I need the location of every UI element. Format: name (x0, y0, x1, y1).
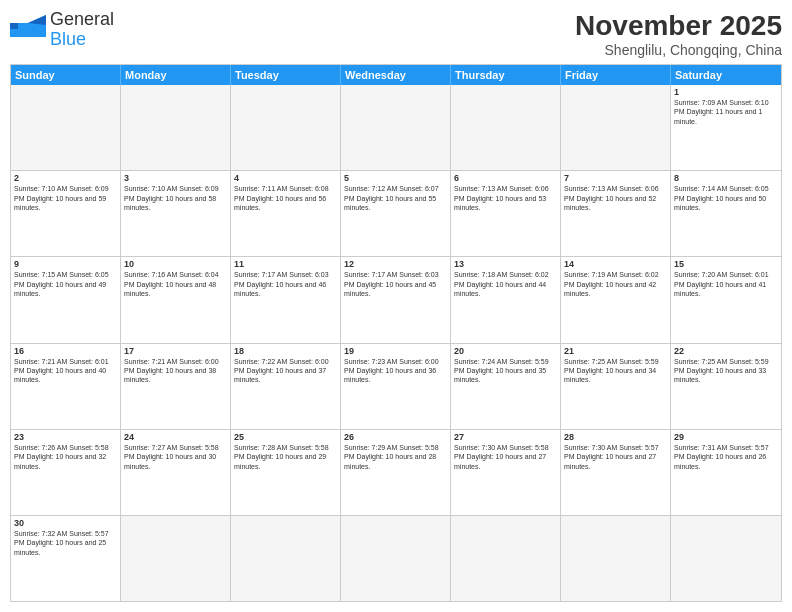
week-row: 30Sunrise: 7:32 AM Sunset: 5:57 PM Dayli… (11, 516, 781, 601)
day-info: Sunrise: 7:09 AM Sunset: 6:10 PM Dayligh… (674, 98, 778, 126)
day-info: Sunrise: 7:24 AM Sunset: 5:59 PM Dayligh… (454, 357, 557, 385)
calendar: SundayMondayTuesdayWednesdayThursdayFrid… (10, 64, 782, 602)
day-info: Sunrise: 7:17 AM Sunset: 6:03 PM Dayligh… (344, 270, 447, 298)
day-cell: 6Sunrise: 7:13 AM Sunset: 6:06 PM Daylig… (451, 171, 561, 256)
day-number: 12 (344, 259, 447, 269)
day-cell: 16Sunrise: 7:21 AM Sunset: 6:01 PM Dayli… (11, 344, 121, 429)
day-cell: 28Sunrise: 7:30 AM Sunset: 5:57 PM Dayli… (561, 430, 671, 515)
day-header: Wednesday (341, 65, 451, 85)
day-cell: 9Sunrise: 7:15 AM Sunset: 6:05 PM Daylig… (11, 257, 121, 342)
day-number: 21 (564, 346, 667, 356)
day-cell: 1Sunrise: 7:09 AM Sunset: 6:10 PM Daylig… (671, 85, 781, 170)
day-cell: 3Sunrise: 7:10 AM Sunset: 6:09 PM Daylig… (121, 171, 231, 256)
day-info: Sunrise: 7:10 AM Sunset: 6:09 PM Dayligh… (124, 184, 227, 212)
day-number: 7 (564, 173, 667, 183)
day-number: 14 (564, 259, 667, 269)
day-cell: 8Sunrise: 7:14 AM Sunset: 6:05 PM Daylig… (671, 171, 781, 256)
week-row: 23Sunrise: 7:26 AM Sunset: 5:58 PM Dayli… (11, 430, 781, 516)
day-info: Sunrise: 7:22 AM Sunset: 6:00 PM Dayligh… (234, 357, 337, 385)
day-number: 17 (124, 346, 227, 356)
day-info: Sunrise: 7:28 AM Sunset: 5:58 PM Dayligh… (234, 443, 337, 471)
day-number: 4 (234, 173, 337, 183)
day-cell: 20Sunrise: 7:24 AM Sunset: 5:59 PM Dayli… (451, 344, 561, 429)
day-header: Sunday (11, 65, 121, 85)
day-info: Sunrise: 7:19 AM Sunset: 6:02 PM Dayligh… (564, 270, 667, 298)
day-info: Sunrise: 7:14 AM Sunset: 6:05 PM Dayligh… (674, 184, 778, 212)
day-cell: 30Sunrise: 7:32 AM Sunset: 5:57 PM Dayli… (11, 516, 121, 601)
day-number: 24 (124, 432, 227, 442)
day-headers: SundayMondayTuesdayWednesdayThursdayFrid… (11, 65, 781, 85)
day-number: 29 (674, 432, 778, 442)
day-number: 16 (14, 346, 117, 356)
day-number: 9 (14, 259, 117, 269)
day-info: Sunrise: 7:29 AM Sunset: 5:58 PM Dayligh… (344, 443, 447, 471)
day-number: 11 (234, 259, 337, 269)
month-title: November 2025 (575, 10, 782, 42)
day-cell: 12Sunrise: 7:17 AM Sunset: 6:03 PM Dayli… (341, 257, 451, 342)
day-number: 27 (454, 432, 557, 442)
day-number: 6 (454, 173, 557, 183)
week-row: 2Sunrise: 7:10 AM Sunset: 6:09 PM Daylig… (11, 171, 781, 257)
day-cell (451, 516, 561, 601)
day-header: Monday (121, 65, 231, 85)
day-header: Saturday (671, 65, 781, 85)
day-info: Sunrise: 7:16 AM Sunset: 6:04 PM Dayligh… (124, 270, 227, 298)
day-cell: 15Sunrise: 7:20 AM Sunset: 6:01 PM Dayli… (671, 257, 781, 342)
day-cell: 5Sunrise: 7:12 AM Sunset: 6:07 PM Daylig… (341, 171, 451, 256)
day-info: Sunrise: 7:21 AM Sunset: 6:00 PM Dayligh… (124, 357, 227, 385)
day-info: Sunrise: 7:17 AM Sunset: 6:03 PM Dayligh… (234, 270, 337, 298)
day-header: Thursday (451, 65, 561, 85)
day-info: Sunrise: 7:13 AM Sunset: 6:06 PM Dayligh… (564, 184, 667, 212)
logo: GeneralBlue (10, 10, 114, 50)
day-number: 30 (14, 518, 117, 528)
day-number: 22 (674, 346, 778, 356)
day-cell (121, 516, 231, 601)
logo-text: GeneralBlue (50, 10, 114, 50)
day-cell: 19Sunrise: 7:23 AM Sunset: 6:00 PM Dayli… (341, 344, 451, 429)
day-number: 28 (564, 432, 667, 442)
svg-rect-1 (10, 23, 18, 29)
day-cell: 11Sunrise: 7:17 AM Sunset: 6:03 PM Dayli… (231, 257, 341, 342)
day-cell (341, 516, 451, 601)
day-info: Sunrise: 7:15 AM Sunset: 6:05 PM Dayligh… (14, 270, 117, 298)
header: GeneralBlue November 2025 Shenglilu, Cho… (10, 10, 782, 58)
logo-icon (10, 15, 46, 45)
day-cell: 29Sunrise: 7:31 AM Sunset: 5:57 PM Dayli… (671, 430, 781, 515)
day-cell (231, 85, 341, 170)
day-cell: 10Sunrise: 7:16 AM Sunset: 6:04 PM Dayli… (121, 257, 231, 342)
day-cell (561, 516, 671, 601)
day-info: Sunrise: 7:31 AM Sunset: 5:57 PM Dayligh… (674, 443, 778, 471)
week-row: 1Sunrise: 7:09 AM Sunset: 6:10 PM Daylig… (11, 85, 781, 171)
day-cell: 22Sunrise: 7:25 AM Sunset: 5:59 PM Dayli… (671, 344, 781, 429)
logo-blue: Blue (50, 29, 86, 49)
day-cell: 17Sunrise: 7:21 AM Sunset: 6:00 PM Dayli… (121, 344, 231, 429)
day-cell: 4Sunrise: 7:11 AM Sunset: 6:08 PM Daylig… (231, 171, 341, 256)
day-cell (451, 85, 561, 170)
day-info: Sunrise: 7:25 AM Sunset: 5:59 PM Dayligh… (564, 357, 667, 385)
day-number: 23 (14, 432, 117, 442)
day-cell (11, 85, 121, 170)
day-info: Sunrise: 7:10 AM Sunset: 6:09 PM Dayligh… (14, 184, 117, 212)
day-cell (561, 85, 671, 170)
day-cell: 26Sunrise: 7:29 AM Sunset: 5:58 PM Dayli… (341, 430, 451, 515)
day-header: Tuesday (231, 65, 341, 85)
day-header: Friday (561, 65, 671, 85)
day-info: Sunrise: 7:30 AM Sunset: 5:58 PM Dayligh… (454, 443, 557, 471)
day-number: 19 (344, 346, 447, 356)
day-cell: 18Sunrise: 7:22 AM Sunset: 6:00 PM Dayli… (231, 344, 341, 429)
day-cell: 7Sunrise: 7:13 AM Sunset: 6:06 PM Daylig… (561, 171, 671, 256)
day-cell (121, 85, 231, 170)
day-number: 2 (14, 173, 117, 183)
day-info: Sunrise: 7:25 AM Sunset: 5:59 PM Dayligh… (674, 357, 778, 385)
day-info: Sunrise: 7:11 AM Sunset: 6:08 PM Dayligh… (234, 184, 337, 212)
day-cell: 27Sunrise: 7:30 AM Sunset: 5:58 PM Dayli… (451, 430, 561, 515)
day-cell: 24Sunrise: 7:27 AM Sunset: 5:58 PM Dayli… (121, 430, 231, 515)
day-cell (671, 516, 781, 601)
day-number: 26 (344, 432, 447, 442)
page: GeneralBlue November 2025 Shenglilu, Cho… (0, 0, 792, 612)
day-info: Sunrise: 7:18 AM Sunset: 6:02 PM Dayligh… (454, 270, 557, 298)
day-info: Sunrise: 7:30 AM Sunset: 5:57 PM Dayligh… (564, 443, 667, 471)
title-block: November 2025 Shenglilu, Chongqing, Chin… (575, 10, 782, 58)
day-info: Sunrise: 7:23 AM Sunset: 6:00 PM Dayligh… (344, 357, 447, 385)
day-info: Sunrise: 7:27 AM Sunset: 5:58 PM Dayligh… (124, 443, 227, 471)
